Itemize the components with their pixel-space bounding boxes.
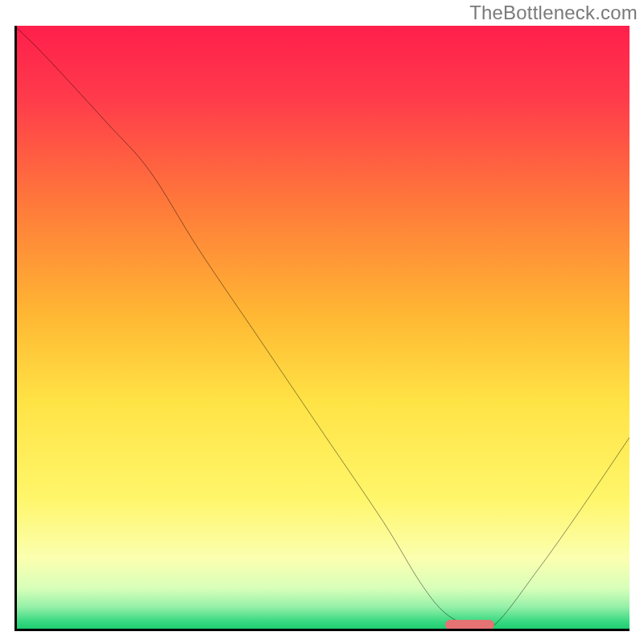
bottleneck-curve bbox=[14, 26, 630, 631]
y-axis bbox=[14, 26, 17, 631]
watermark-text: TheBottleneck.com bbox=[469, 2, 638, 24]
plot-area bbox=[14, 26, 630, 631]
x-axis bbox=[14, 629, 630, 631]
chart-container: TheBottleneck.com bbox=[0, 0, 644, 644]
